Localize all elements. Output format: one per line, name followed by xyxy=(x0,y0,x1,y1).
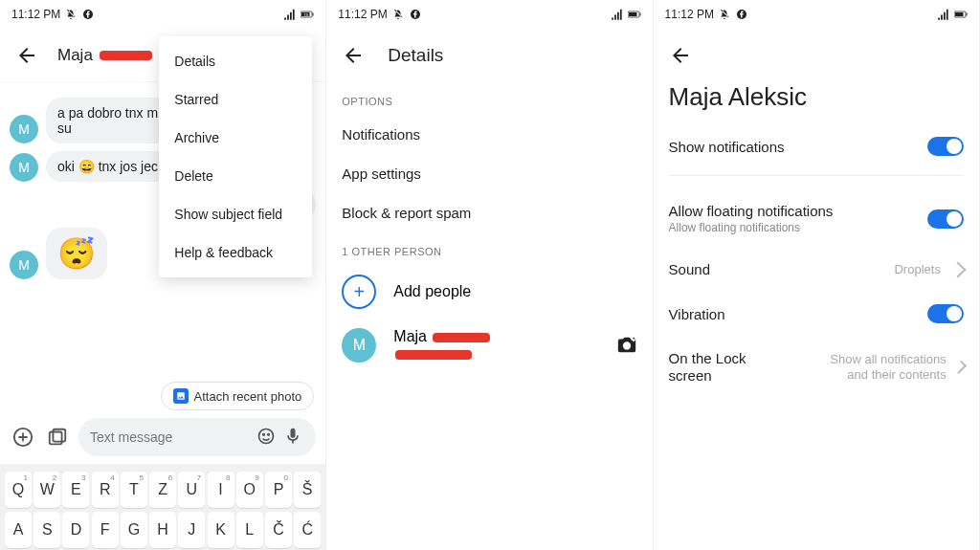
key-k[interactable]: K xyxy=(208,512,234,548)
section-options-label: OPTIONS xyxy=(326,82,652,115)
key-h[interactable]: H xyxy=(149,512,176,548)
chat-title[interactable]: Maja xyxy=(57,46,154,65)
status-time: 11:12 PM xyxy=(338,8,387,21)
menu-delete[interactable]: Delete xyxy=(159,157,312,195)
details-title: Details xyxy=(388,45,443,66)
setting-lock-screen[interactable]: On the Lock screen Show all notification… xyxy=(654,337,979,398)
screen-notification-settings: 11:12 PM Maja Aleksic Show notifications… xyxy=(654,0,980,550)
status-bar: 11:12 PM 73 xyxy=(0,0,325,29)
key-f[interactable]: F xyxy=(92,512,119,548)
key-z[interactable]: Z6 xyxy=(149,472,176,508)
back-button[interactable] xyxy=(669,44,692,67)
divider xyxy=(669,175,964,176)
key-g[interactable]: G xyxy=(121,512,147,548)
key-r[interactable]: R4 xyxy=(92,472,119,508)
redacted-surname xyxy=(100,51,152,60)
key-o[interactable]: O9 xyxy=(236,472,263,508)
key-j[interactable]: J xyxy=(178,512,205,548)
svg-rect-17 xyxy=(955,12,964,16)
dnd-icon xyxy=(64,8,78,21)
avatar: M xyxy=(342,328,376,363)
gallery-button[interactable] xyxy=(44,424,71,451)
key-s[interactable]: S xyxy=(33,512,60,548)
facebook-icon xyxy=(81,8,95,21)
status-bar: 11:12 PM xyxy=(326,0,652,29)
toggle-on[interactable] xyxy=(927,304,964,323)
setting-floating-notifications[interactable]: Allow floating notifications Allow float… xyxy=(654,189,979,248)
keyboard-row: Q1W2E3R4T5Z6U7I8O9P0Š xyxy=(4,470,322,510)
svg-point-8 xyxy=(259,429,274,444)
message-bubble: 😴 xyxy=(46,228,107,279)
key-u[interactable]: U7 xyxy=(178,472,205,508)
avatar: M xyxy=(10,251,38,279)
key-l[interactable]: L xyxy=(236,512,263,548)
menu-details[interactable]: Details xyxy=(159,42,312,80)
menu-help[interactable]: Help & feedback xyxy=(159,233,312,272)
facebook-icon xyxy=(409,8,422,21)
toggle-on[interactable] xyxy=(927,209,964,229)
chevron-right-icon xyxy=(949,261,966,277)
setting-show-notifications[interactable]: Show notifications xyxy=(654,123,979,169)
screen-details: 11:12 PM Details OPTIONS Notifications A… xyxy=(326,0,653,550)
keyboard-row: ASDFGHJKLČĆ xyxy=(4,510,322,550)
key-q[interactable]: Q1 xyxy=(5,472,32,508)
emoji-button[interactable] xyxy=(256,427,278,448)
mic-button[interactable] xyxy=(283,427,304,448)
option-app-settings[interactable]: App settings xyxy=(326,154,652,193)
toggle-on[interactable] xyxy=(927,137,964,156)
setting-label: Show notifications xyxy=(669,139,785,155)
back-button[interactable] xyxy=(15,44,38,67)
notif-header xyxy=(654,29,979,82)
key-p[interactable]: P0 xyxy=(265,472,292,508)
menu-subject[interactable]: Show subject field xyxy=(159,195,312,233)
redacted-number xyxy=(395,350,472,360)
status-bar: 11:12 PM xyxy=(654,0,979,29)
signal-icon xyxy=(937,8,950,21)
message-input[interactable]: Text message xyxy=(78,418,316,456)
svg-point-9 xyxy=(263,434,265,436)
back-button[interactable] xyxy=(342,44,365,67)
setting-value: Droplets xyxy=(894,262,940,276)
battery-icon xyxy=(628,8,641,21)
key-t[interactable]: T5 xyxy=(121,472,147,508)
add-button[interactable] xyxy=(10,424,36,451)
status-time: 11:12 PM xyxy=(665,8,714,21)
input-placeholder: Text message xyxy=(90,429,251,445)
key-č[interactable]: Č xyxy=(265,512,292,548)
redacted-surname xyxy=(433,333,490,342)
option-notifications[interactable]: Notifications xyxy=(326,115,652,154)
setting-label: Vibration xyxy=(669,306,725,322)
keyboard[interactable]: Q1W2E3R4T5Z6U7I8O9P0Š ASDFGHJKLČĆ xyxy=(0,464,325,550)
key-i[interactable]: I8 xyxy=(208,472,234,508)
svg-rect-13 xyxy=(629,12,637,16)
person-row[interactable]: M Maja xyxy=(326,319,652,372)
setting-vibration[interactable]: Vibration xyxy=(654,291,979,337)
key-e[interactable]: E3 xyxy=(62,472,89,508)
option-block-spam[interactable]: Block & report spam xyxy=(326,193,652,232)
key-š[interactable]: Š xyxy=(294,472,321,508)
signal-icon xyxy=(283,8,297,21)
menu-archive[interactable]: Archive xyxy=(159,119,312,157)
status-time: 11:12 PM xyxy=(11,8,60,21)
attach-photo-chip[interactable]: Attach recent photo xyxy=(161,382,315,410)
notif-title: Maja Aleksic xyxy=(654,82,979,123)
svg-rect-18 xyxy=(966,13,967,16)
key-d[interactable]: D xyxy=(62,512,89,548)
menu-starred[interactable]: Starred xyxy=(159,80,312,119)
setting-value: Show all notifications and their content… xyxy=(811,352,947,382)
setting-label: Allow floating notifications xyxy=(669,203,834,219)
key-w[interactable]: W2 xyxy=(33,472,60,508)
setting-label: On the Lock screen xyxy=(669,350,774,385)
contact-name-prefix: Maja xyxy=(57,46,93,64)
svg-rect-3 xyxy=(313,13,314,16)
key-a[interactable]: A xyxy=(5,512,32,548)
setting-sound[interactable]: Sound Droplets xyxy=(654,248,979,291)
camera-plus-icon[interactable] xyxy=(616,335,637,356)
section-people-label: 1 OTHER PERSON xyxy=(326,232,652,265)
plus-icon: + xyxy=(342,275,376,309)
avatar: M xyxy=(10,115,38,143)
person-name: Maja xyxy=(393,328,492,363)
battery-icon: 73 xyxy=(301,8,314,21)
add-people-button[interactable]: + Add people xyxy=(326,265,652,319)
key-ć[interactable]: Ć xyxy=(294,512,321,548)
